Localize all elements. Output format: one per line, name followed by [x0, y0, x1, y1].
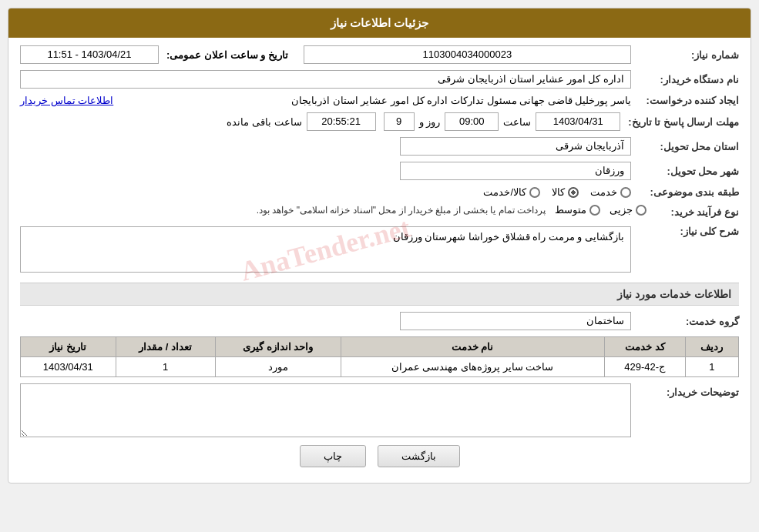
col-date: تاریخ نیاز — [21, 337, 116, 357]
services-table: ردیف کد خدمت نام خدمت واحد اندازه گیری ت… — [20, 336, 739, 377]
description-container: بازگشایی و مرمت راه قشلاق خوراشا شهرستان… — [20, 223, 631, 276]
remaining-label: ساعت باقی مانده — [227, 116, 301, 128]
deadline-date: 1403/04/31 — [536, 112, 620, 131]
deadline-time: 09:00 — [445, 112, 499, 131]
buyer-org-value: اداره کل امور عشایر استان اذربایجان شرقی — [20, 70, 631, 89]
page-title: جزئیات اطلاعات نیاز — [8, 8, 751, 38]
time-label: ساعت — [503, 116, 531, 128]
service-group-row: گروه خدمت: ساختمان — [20, 312, 739, 330]
cell-unit: مورد — [215, 357, 341, 377]
description-row: شرح کلی نیاز: بازگشایی و مرمت راه قشلاق … — [20, 223, 739, 276]
process-options: جزیی متوسط پرداخت تمام یا بخشی از مبلغ خ… — [257, 204, 646, 216]
radio-medium — [589, 205, 600, 216]
category-option-service[interactable]: خدمت — [590, 186, 631, 198]
radio-goods — [568, 187, 579, 198]
category-options: خدمت کالا کالا/خدمت — [483, 186, 631, 198]
category-goods-label: کالا — [552, 186, 565, 198]
creator-value: یاسر پورخلیل قاضی جهانی مسئول تدارکات اد… — [121, 95, 631, 106]
col-quantity: تعداد / مقدار — [116, 337, 215, 357]
deadline-remaining-value: 20:55:21 — [307, 112, 376, 131]
back-button[interactable]: بازگشت — [378, 445, 460, 467]
announce-date-label: تاریخ و ساعت اعلان عمومی: — [166, 49, 288, 61]
process-label: نوع فرآیند خرید: — [646, 204, 739, 218]
radio-goods-service — [529, 187, 540, 198]
process-option-medium[interactable]: متوسط — [555, 204, 600, 216]
cell-date: 1403/04/31 — [21, 357, 116, 377]
services-table-container: ردیف کد خدمت نام خدمت واحد اندازه گیری ت… — [20, 336, 739, 377]
col-unit: واحد اندازه گیری — [215, 337, 341, 357]
cell-quantity: 1 — [116, 357, 215, 377]
main-box: جزئیات اطلاعات نیاز شماره نیاز: 11030040… — [8, 8, 751, 483]
watermark-area: بازگشایی و مرمت راه قشلاق خوراشا شهرستان… — [20, 223, 631, 276]
notice-number-value: 1103004034000023 — [304, 45, 631, 64]
process-partial-label: جزیی — [610, 204, 633, 216]
content-area: شماره نیاز: 1103004034000023 تاریخ و ساع… — [8, 38, 751, 483]
description-label: شرح کلی نیاز: — [631, 226, 739, 237]
city-label: شهر محل تحویل: — [631, 166, 739, 177]
page-container: جزئیات اطلاعات نیاز شماره نیاز: 11030040… — [0, 0, 759, 532]
province-label: استان محل تحویل: — [631, 141, 739, 152]
category-option-goods[interactable]: کالا — [552, 186, 579, 198]
col-row-num: ردیف — [685, 337, 738, 357]
buyer-desc-label: توضیحات خریدار: — [631, 386, 739, 398]
radio-service — [620, 187, 631, 198]
creator-label: ایجاد کننده درخواست: — [631, 95, 739, 106]
category-label: طبقه بندی موضوعی: — [631, 186, 739, 198]
category-goods-service-label: کالا/خدمت — [483, 186, 526, 198]
province-value: آذربایجان شرقی — [400, 137, 631, 156]
cell-service-code: ج-42-429 — [604, 357, 685, 377]
process-row: نوع فرآیند خرید: جزیی متوسط پرداخت تمام … — [20, 204, 739, 218]
radio-partial — [636, 205, 646, 216]
cell-row-num: 1 — [685, 357, 738, 377]
services-section-title: اطلاعات خدمات مورد نیاز — [20, 283, 739, 306]
category-option-goods-service[interactable]: کالا/خدمت — [483, 186, 540, 198]
notice-number-label: شماره نیاز: — [631, 49, 739, 61]
process-option-partial[interactable]: جزیی — [610, 204, 646, 216]
category-row: طبقه بندی موضوعی: خدمت کالا کالا/خدمت — [20, 186, 739, 198]
cell-service-name: ساخت سایر پروژه‌های مهندسی عمران — [341, 357, 604, 377]
deadline-label: مهلت ارسال پاسخ تا تاریخ: — [620, 116, 739, 128]
contact-link[interactable]: اطلاعات تماس خریدار — [20, 95, 113, 106]
description-value[interactable]: بازگشایی و مرمت راه قشلاق خوراشا شهرستان… — [20, 226, 631, 273]
announce-date-value: 1403/04/21 - 11:51 — [20, 45, 159, 64]
deadline-row: مهلت ارسال پاسخ تا تاریخ: 1403/04/31 ساع… — [20, 112, 739, 131]
province-row: استان محل تحویل: آذربایجان شرقی — [20, 137, 739, 156]
print-button[interactable]: چاپ — [300, 445, 366, 467]
col-service-code: کد خدمت — [604, 337, 685, 357]
buttons-row: بازگشت چاپ — [20, 445, 739, 467]
buyer-org-row: نام دستگاه خریدار: اداره کل امور عشایر ا… — [20, 70, 739, 89]
buyer-desc-field[interactable] — [20, 383, 631, 437]
days-label: روز و — [419, 116, 441, 128]
buyer-org-label: نام دستگاه خریدار: — [631, 74, 739, 85]
deadline-days: 9 — [384, 112, 415, 131]
service-group-value: ساختمان — [400, 312, 631, 330]
creator-row: ایجاد کننده درخواست: یاسر پورخلیل قاضی ج… — [20, 95, 739, 106]
city-value: ورزقان — [400, 162, 631, 180]
table-header-row: ردیف کد خدمت نام خدمت واحد اندازه گیری ت… — [21, 337, 739, 357]
category-service-label: خدمت — [590, 186, 617, 198]
process-note: پرداخت تمام یا بخشی از مبلغ خریدار از مح… — [257, 205, 546, 216]
city-row: شهر محل تحویل: ورزقان — [20, 162, 739, 180]
buyer-desc-row: توضیحات خریدار: — [20, 383, 739, 437]
service-group-label: گروه خدمت: — [631, 316, 739, 327]
notice-number-row: شماره نیاز: 1103004034000023 تاریخ و ساع… — [20, 45, 739, 64]
col-service-name: نام خدمت — [341, 337, 604, 357]
table-row: 1 ج-42-429 ساخت سایر پروژه‌های مهندسی عم… — [21, 357, 739, 377]
process-medium-label: متوسط — [555, 204, 586, 216]
